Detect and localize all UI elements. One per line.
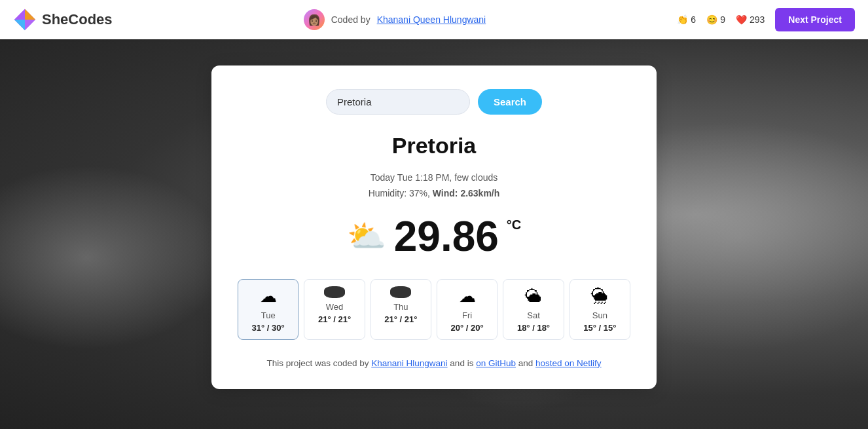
logo: SheCodes	[13, 8, 113, 31]
forecast-row: ☁ Tue 31° / 30° Wed 21° / 21° Thu 21° / …	[238, 279, 630, 340]
forecast-day: Fri	[445, 310, 489, 320]
logo-text: SheCodes	[42, 11, 113, 28]
forecast-day: Sat	[511, 310, 555, 320]
wind-label: Wind:	[433, 188, 458, 198]
forecast-icon	[390, 286, 411, 298]
forecast-temp: 31° / 30°	[246, 323, 290, 333]
cloud-icon: ⛅	[347, 221, 386, 252]
search-button[interactable]: Search	[478, 89, 542, 115]
humidity-value: 37%	[409, 188, 427, 198]
forecast-temp: 20° / 20°	[445, 323, 489, 333]
heart-icon: ❤️	[736, 14, 747, 25]
weather-meta: Today Tue 1:18 PM, few clouds Humidity: …	[238, 170, 630, 202]
forecast-icon: ☁	[445, 286, 489, 307]
navbar-center: 👩🏽 Coded by Khanani Queen Hlungwani	[304, 9, 486, 30]
reaction-heart: ❤️ 293	[736, 14, 765, 25]
forecast-icon: ☁	[246, 286, 290, 307]
footer: This project was coded by Khanani Hlungw…	[238, 358, 630, 368]
search-input[interactable]	[326, 89, 470, 115]
temperature-value: 29.86	[394, 212, 499, 261]
forecast-temp: 21° / 21°	[312, 314, 356, 324]
smile-count: 9	[720, 14, 725, 25]
wind-value: 2.63km/h	[460, 188, 499, 198]
forecast-temp: 18° / 18°	[511, 323, 555, 333]
coded-by-label: Coded by	[331, 14, 371, 25]
forecast-temp: 15° / 15°	[578, 323, 622, 333]
svg-marker-2	[14, 20, 25, 30]
reaction-smile: 😊 9	[706, 14, 725, 25]
forecast-card: Wed 21° / 21°	[304, 279, 365, 340]
footer-middle: and is	[450, 358, 473, 368]
clap-icon: 👏	[677, 14, 688, 25]
date-info: Today Tue 1:18 PM, few clouds	[238, 170, 630, 186]
forecast-day: Wed	[312, 302, 356, 312]
svg-marker-1	[25, 9, 35, 20]
footer-separator: and	[518, 358, 533, 368]
footer-author-link[interactable]: Khanani Hlungwani	[371, 358, 447, 368]
humidity-wind: Humidity: 37%, Wind: 2.63km/h	[238, 186, 630, 202]
forecast-icon: 🌥	[511, 286, 555, 307]
footer-netlify-link[interactable]: hosted on Netlify	[535, 358, 602, 368]
reaction-clap: 👏 6	[677, 14, 696, 25]
forecast-card: ☁ Fri 20° / 20°	[437, 279, 497, 340]
svg-marker-3	[14, 9, 25, 20]
temperature-unit: °C	[507, 217, 521, 233]
city-name: Pretoria	[238, 133, 630, 159]
forecast-card: 🌥 Sat 18° / 18°	[503, 279, 564, 340]
forecast-icon: 🌦	[578, 286, 622, 307]
footer-prefix: This project was coded by	[266, 358, 369, 368]
forecast-icon	[324, 286, 345, 298]
navbar-right: 👏 6 😊 9 ❤️ 293 Next Project	[677, 8, 855, 31]
avatar: 👩🏽	[304, 9, 325, 30]
forecast-day: Thu	[379, 302, 423, 312]
heart-count: 293	[750, 14, 765, 25]
forecast-day: Tue	[246, 310, 290, 320]
clap-count: 6	[691, 14, 696, 25]
weather-card: Search Pretoria Today Tue 1:18 PM, few c…	[211, 65, 657, 389]
navbar: SheCodes 👩🏽 Coded by Khanani Queen Hlung…	[0, 0, 868, 39]
next-project-button[interactable]: Next Project	[775, 8, 855, 31]
author-link[interactable]: Khanani Queen Hlungwani	[377, 14, 486, 25]
forecast-day: Sun	[578, 310, 622, 320]
temperature-row: ⛅ 29.86 °C	[238, 212, 630, 261]
footer-github-link[interactable]: on GitHub	[476, 358, 516, 368]
forecast-card: 🌦 Sun 15° / 15°	[570, 279, 630, 340]
main-content: Search Pretoria Today Tue 1:18 PM, few c…	[0, 39, 868, 429]
smile-icon: 😊	[706, 14, 717, 25]
forecast-temp: 21° / 21°	[379, 314, 423, 324]
humidity-label: Humidity:	[369, 188, 407, 198]
search-row: Search	[238, 89, 630, 115]
shecodes-logo-icon	[13, 8, 37, 31]
forecast-card: ☁ Tue 31° / 30°	[238, 279, 298, 340]
forecast-card: Thu 21° / 21°	[371, 279, 431, 340]
